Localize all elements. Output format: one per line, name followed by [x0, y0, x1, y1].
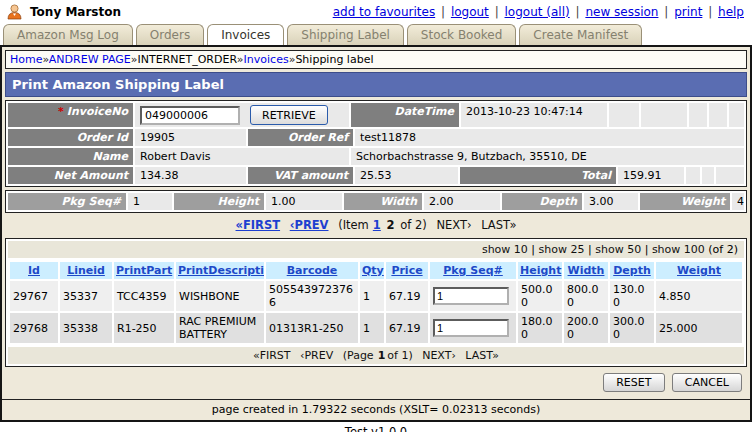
breadcrumb-andrew-page[interactable]: ANDREW PAGE — [49, 53, 131, 66]
cell-width: 800.00 — [564, 281, 608, 311]
sort-barcode-link[interactable]: Barcode — [287, 264, 338, 277]
breadcrumb-separator: » — [131, 53, 138, 66]
col-header-depth: Depth — [610, 262, 654, 279]
page-last: LAST» — [465, 349, 499, 362]
item-pagination: «FIRST ‹PREV (Item1 2 of 2) NEXT› LAST» — [5, 216, 747, 235]
page-count-prefix: (Page — [343, 349, 374, 362]
top-bar: Tony Marston add to favourites | logout … — [0, 0, 752, 22]
cell-height: 500.00 — [518, 281, 562, 311]
col-header-id: Id — [10, 262, 58, 279]
cell-price: 67.19 — [386, 281, 428, 311]
pkgseq-input-row1[interactable] — [433, 287, 509, 305]
page-title: Print Amazon Shipping Label — [5, 72, 747, 97]
tab-stock-booked[interactable]: Stock Booked — [407, 24, 516, 45]
orderref-label: Order Ref — [248, 129, 353, 146]
invoiceno-input[interactable] — [140, 106, 240, 125]
depth-value: 3.00 — [584, 193, 638, 210]
sort-depth-link[interactable]: Depth — [613, 264, 651, 277]
cell-barcode: 01313R1-250 — [266, 313, 358, 343]
cell-depth: 130.00 — [610, 281, 654, 311]
cell-height: 180.00 — [518, 313, 562, 343]
link-new-session[interactable]: new session — [585, 5, 658, 19]
form-row-amounts: Net Amount 134.38 VAT amount 25.53 Total… — [8, 167, 744, 184]
datetime-value: 2013-10-23 10:47:14 — [461, 103, 607, 127]
tab-amazon-msg-log[interactable]: Amazon Msg Log — [3, 24, 133, 45]
sort-height-link[interactable]: Height — [520, 264, 561, 277]
width-value: 2.00 — [424, 193, 500, 210]
sort-qty-link[interactable]: Qty — [362, 264, 384, 277]
tab-invoices[interactable]: Invoices — [207, 24, 284, 45]
show-100-link[interactable]: show 100 — [652, 243, 705, 256]
action-button-row: RESET CANCEL — [5, 370, 747, 396]
cell-qty: 1 — [360, 313, 384, 343]
breadcrumb-invoices[interactable]: Invoices — [244, 53, 289, 66]
item-1-link[interactable]: 1 — [373, 218, 381, 232]
link-separator: | — [495, 5, 499, 19]
show-separator: | — [645, 243, 649, 256]
cancel-button[interactable]: CANCEL — [672, 373, 742, 392]
item-prev-link[interactable]: ‹PREV — [290, 218, 329, 232]
sort-pkgseq-link[interactable]: Pkg Seq# — [443, 264, 503, 277]
col-header-width: Width — [564, 262, 608, 279]
page-next: NEXT› — [422, 349, 456, 362]
link-logout[interactable]: logout — [451, 5, 489, 19]
items-table-box: show 10 | show 25 | show 50 | show 100 (… — [5, 238, 747, 367]
col-header-barcode: Barcode — [266, 262, 358, 279]
col-header-price: Price — [386, 262, 428, 279]
item-first-link[interactable]: «FIRST — [236, 218, 281, 232]
datetime-label: DateTime — [351, 103, 459, 127]
page-current: 1 — [378, 349, 386, 362]
link-print[interactable]: print — [674, 5, 702, 19]
required-marker: * — [58, 105, 64, 118]
item-next: NEXT› — [436, 218, 471, 232]
version-label: Test v1.0.0 — [0, 422, 752, 432]
cell-width: 200.00 — [564, 313, 608, 343]
sort-weight-link[interactable]: Weight — [677, 264, 721, 277]
cell-price: 67.19 — [386, 313, 428, 343]
total-value: 159.91 — [618, 167, 684, 184]
orderid-value: 19905 — [135, 129, 246, 146]
sort-lineid-link[interactable]: Lineid — [67, 264, 105, 277]
sort-id-link[interactable]: Id — [28, 264, 40, 277]
col-header-lineid: Lineid — [60, 262, 112, 279]
sort-width-link[interactable]: Width — [568, 264, 605, 277]
sort-printdescription-link[interactable]: PrintDescription — [178, 264, 264, 277]
invoiceno-cell: RETRIEVE — [135, 103, 349, 127]
link-help[interactable]: help — [718, 5, 744, 19]
cell-printdescription: WISHBONE — [176, 281, 264, 311]
form-row-package: Pkg Seq# 1 Height 1.00 Width 2.00 Depth … — [8, 193, 744, 210]
page-count-suffix: of 1) — [387, 349, 412, 362]
tab-shipping-label[interactable]: Shipping Label — [287, 24, 404, 45]
filler-cell — [729, 103, 744, 127]
retrieve-button[interactable]: RETRIEVE — [250, 105, 328, 125]
pkgseq-input-row2[interactable] — [433, 319, 509, 337]
link-logout-all[interactable]: logout (all) — [505, 5, 570, 19]
sort-price-link[interactable]: Price — [391, 264, 422, 277]
tab-create-manifest[interactable]: Create Manifest — [519, 24, 642, 45]
link-add-to-favourites[interactable]: add to favourites — [333, 5, 436, 19]
link-separator: | — [664, 5, 668, 19]
table-row: 29767 35337 TCC4359 WISHBONE 50554397237… — [10, 281, 742, 311]
breadcrumb-home[interactable]: Home — [10, 53, 42, 66]
invoice-form: *InvoiceNo RETRIEVE DateTime 2013-10-23 … — [5, 100, 747, 187]
pkgseq-value: 1 — [128, 193, 172, 210]
show-25-link[interactable]: show 25 — [539, 243, 585, 256]
breadcrumb-shipping-label: Shipping label — [295, 53, 373, 66]
show-50-link[interactable]: show 50 — [595, 243, 641, 256]
table-header-row: Id Lineid PrintPart PrintDescription Bar… — [10, 262, 742, 279]
cell-printpart: TCC4359 — [114, 281, 174, 311]
cell-weight: 25.000 — [656, 313, 742, 343]
sort-printpart-link[interactable]: PrintPart — [116, 264, 172, 277]
show-10-link[interactable]: show 10 — [482, 243, 528, 256]
filler-cell — [709, 103, 727, 127]
netamount-value: 134.38 — [135, 167, 246, 184]
cell-qty: 1 — [360, 281, 384, 311]
name-label: Name — [8, 148, 133, 165]
reset-button[interactable]: RESET — [603, 373, 665, 392]
tab-orders[interactable]: Orders — [136, 24, 204, 45]
col-header-qty: Qty — [360, 262, 384, 279]
cell-depth: 300.00 — [610, 313, 654, 343]
breadcrumb-separator: » — [237, 53, 244, 66]
link-separator: | — [708, 5, 712, 19]
total-label: Total — [460, 167, 616, 184]
